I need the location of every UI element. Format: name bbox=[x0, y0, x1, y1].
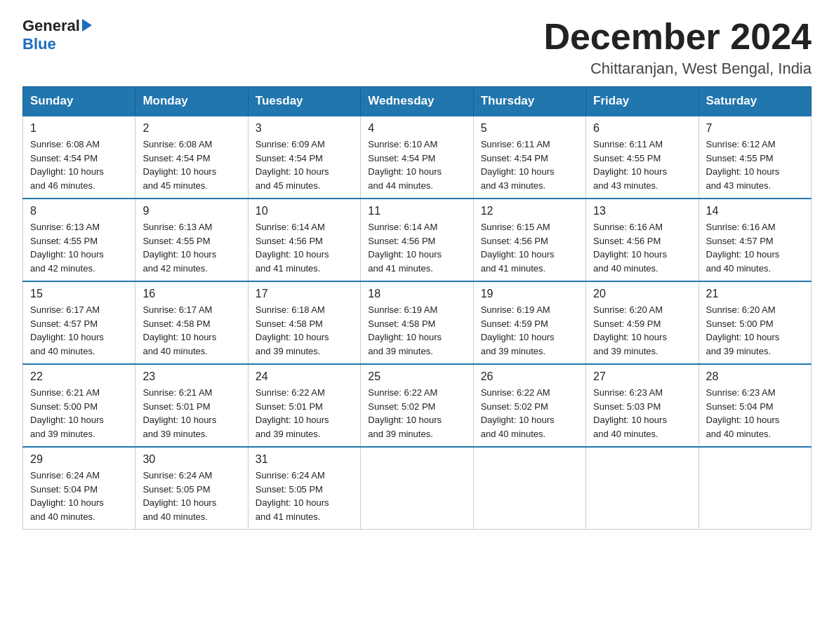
logo: General Blue bbox=[22, 17, 92, 53]
calendar-cell: 7 Sunrise: 6:12 AM Sunset: 4:55 PM Dayli… bbox=[699, 116, 811, 199]
week-row-5: 29 Sunrise: 6:24 AM Sunset: 5:04 PM Dayl… bbox=[23, 447, 812, 530]
logo-general-text: General bbox=[22, 17, 80, 35]
day-info: Sunrise: 6:12 AM Sunset: 4:55 PM Dayligh… bbox=[706, 137, 804, 192]
calendar-cell: 14 Sunrise: 6:16 AM Sunset: 4:57 PM Dayl… bbox=[699, 199, 811, 281]
day-number: 25 bbox=[368, 370, 465, 383]
day-info: Sunrise: 6:21 AM Sunset: 5:01 PM Dayligh… bbox=[143, 386, 240, 441]
day-info: Sunrise: 6:22 AM Sunset: 5:02 PM Dayligh… bbox=[481, 386, 578, 441]
calendar-cell: 10 Sunrise: 6:14 AM Sunset: 4:56 PM Dayl… bbox=[248, 199, 360, 281]
day-number: 26 bbox=[481, 370, 578, 383]
day-info: Sunrise: 6:22 AM Sunset: 5:01 PM Dayligh… bbox=[256, 386, 353, 441]
calendar-cell: 25 Sunrise: 6:22 AM Sunset: 5:02 PM Dayl… bbox=[361, 364, 473, 447]
day-info: Sunrise: 6:16 AM Sunset: 4:57 PM Dayligh… bbox=[706, 220, 804, 275]
day-number: 16 bbox=[143, 288, 240, 300]
calendar-subtitle: Chittaranjan, West Bengal, India bbox=[543, 60, 812, 78]
calendar-cell: 27 Sunrise: 6:23 AM Sunset: 5:03 PM Dayl… bbox=[586, 364, 699, 447]
calendar-cell: 15 Sunrise: 6:17 AM Sunset: 4:57 PM Dayl… bbox=[23, 281, 135, 364]
calendar-cell: 20 Sunrise: 6:20 AM Sunset: 4:59 PM Dayl… bbox=[586, 281, 699, 364]
day-info: Sunrise: 6:08 AM Sunset: 4:54 PM Dayligh… bbox=[30, 137, 128, 192]
calendar-title: December 2024 bbox=[543, 17, 812, 57]
day-number: 20 bbox=[593, 288, 691, 300]
day-info: Sunrise: 6:20 AM Sunset: 4:59 PM Dayligh… bbox=[593, 303, 691, 358]
day-info: Sunrise: 6:16 AM Sunset: 4:56 PM Dayligh… bbox=[593, 220, 691, 275]
day-info: Sunrise: 6:23 AM Sunset: 5:03 PM Dayligh… bbox=[593, 386, 691, 441]
calendar-cell bbox=[473, 447, 585, 530]
day-number: 15 bbox=[30, 288, 128, 300]
calendar-cell: 28 Sunrise: 6:23 AM Sunset: 5:04 PM Dayl… bbox=[699, 364, 811, 447]
calendar-cell: 21 Sunrise: 6:20 AM Sunset: 5:00 PM Dayl… bbox=[699, 281, 811, 364]
calendar-cell: 24 Sunrise: 6:22 AM Sunset: 5:01 PM Dayl… bbox=[248, 364, 360, 447]
column-header-thursday: Thursday bbox=[473, 87, 585, 116]
logo-blue-text: Blue bbox=[22, 35, 56, 53]
calendar-header-row: SundayMondayTuesdayWednesdayThursdayFrid… bbox=[23, 87, 812, 116]
calendar-cell: 8 Sunrise: 6:13 AM Sunset: 4:55 PM Dayli… bbox=[23, 199, 135, 281]
day-number: 3 bbox=[256, 122, 353, 135]
day-info: Sunrise: 6:23 AM Sunset: 5:04 PM Dayligh… bbox=[706, 386, 804, 441]
day-number: 24 bbox=[256, 370, 353, 383]
day-number: 11 bbox=[368, 205, 465, 217]
day-info: Sunrise: 6:14 AM Sunset: 4:56 PM Dayligh… bbox=[368, 220, 465, 275]
day-info: Sunrise: 6:14 AM Sunset: 4:56 PM Dayligh… bbox=[256, 220, 353, 275]
day-number: 5 bbox=[481, 122, 578, 135]
calendar-cell: 2 Sunrise: 6:08 AM Sunset: 4:54 PM Dayli… bbox=[135, 116, 248, 199]
day-info: Sunrise: 6:19 AM Sunset: 4:58 PM Dayligh… bbox=[368, 303, 465, 358]
calendar-cell: 9 Sunrise: 6:13 AM Sunset: 4:55 PM Dayli… bbox=[135, 199, 248, 281]
column-header-wednesday: Wednesday bbox=[361, 87, 473, 116]
week-row-4: 22 Sunrise: 6:21 AM Sunset: 5:00 PM Dayl… bbox=[23, 364, 812, 447]
day-info: Sunrise: 6:08 AM Sunset: 4:54 PM Dayligh… bbox=[143, 137, 240, 192]
day-number: 30 bbox=[143, 453, 240, 466]
calendar-cell: 17 Sunrise: 6:18 AM Sunset: 4:58 PM Dayl… bbox=[248, 281, 360, 364]
calendar-cell bbox=[361, 447, 473, 530]
column-header-saturday: Saturday bbox=[699, 87, 811, 116]
day-number: 9 bbox=[143, 205, 240, 217]
calendar-cell: 4 Sunrise: 6:10 AM Sunset: 4:54 PM Dayli… bbox=[361, 116, 473, 199]
day-number: 19 bbox=[481, 288, 578, 300]
page-header: General Blue December 2024 Chittaranjan,… bbox=[22, 17, 812, 78]
week-row-2: 8 Sunrise: 6:13 AM Sunset: 4:55 PM Dayli… bbox=[23, 199, 812, 281]
day-number: 6 bbox=[593, 122, 691, 135]
day-info: Sunrise: 6:09 AM Sunset: 4:54 PM Dayligh… bbox=[256, 137, 353, 192]
week-row-3: 15 Sunrise: 6:17 AM Sunset: 4:57 PM Dayl… bbox=[23, 281, 812, 364]
day-number: 4 bbox=[368, 122, 465, 135]
column-header-friday: Friday bbox=[586, 87, 699, 116]
calendar-cell: 1 Sunrise: 6:08 AM Sunset: 4:54 PM Dayli… bbox=[23, 116, 135, 199]
calendar-cell: 6 Sunrise: 6:11 AM Sunset: 4:55 PM Dayli… bbox=[586, 116, 699, 199]
calendar-cell: 31 Sunrise: 6:24 AM Sunset: 5:05 PM Dayl… bbox=[248, 447, 360, 530]
calendar-cell bbox=[699, 447, 811, 530]
day-number: 22 bbox=[30, 370, 128, 383]
day-info: Sunrise: 6:11 AM Sunset: 4:54 PM Dayligh… bbox=[481, 137, 578, 192]
calendar-cell: 11 Sunrise: 6:14 AM Sunset: 4:56 PM Dayl… bbox=[361, 199, 473, 281]
day-info: Sunrise: 6:10 AM Sunset: 4:54 PM Dayligh… bbox=[368, 137, 465, 192]
day-info: Sunrise: 6:17 AM Sunset: 4:58 PM Dayligh… bbox=[143, 303, 240, 358]
day-number: 31 bbox=[256, 453, 353, 466]
day-number: 7 bbox=[706, 122, 804, 135]
day-info: Sunrise: 6:13 AM Sunset: 4:55 PM Dayligh… bbox=[143, 220, 240, 275]
calendar-cell: 22 Sunrise: 6:21 AM Sunset: 5:00 PM Dayl… bbox=[23, 364, 135, 447]
calendar-cell: 3 Sunrise: 6:09 AM Sunset: 4:54 PM Dayli… bbox=[248, 116, 360, 199]
calendar-cell: 5 Sunrise: 6:11 AM Sunset: 4:54 PM Dayli… bbox=[473, 116, 585, 199]
day-info: Sunrise: 6:24 AM Sunset: 5:04 PM Dayligh… bbox=[30, 469, 128, 523]
calendar-cell: 19 Sunrise: 6:19 AM Sunset: 4:59 PM Dayl… bbox=[473, 281, 585, 364]
day-info: Sunrise: 6:18 AM Sunset: 4:58 PM Dayligh… bbox=[256, 303, 353, 358]
day-number: 14 bbox=[706, 205, 804, 217]
day-info: Sunrise: 6:15 AM Sunset: 4:56 PM Dayligh… bbox=[481, 220, 578, 275]
day-number: 10 bbox=[256, 205, 353, 217]
day-info: Sunrise: 6:17 AM Sunset: 4:57 PM Dayligh… bbox=[30, 303, 128, 358]
day-info: Sunrise: 6:24 AM Sunset: 5:05 PM Dayligh… bbox=[143, 469, 240, 523]
calendar-cell: 29 Sunrise: 6:24 AM Sunset: 5:04 PM Dayl… bbox=[23, 447, 135, 530]
day-info: Sunrise: 6:22 AM Sunset: 5:02 PM Dayligh… bbox=[368, 386, 465, 441]
calendar-cell: 12 Sunrise: 6:15 AM Sunset: 4:56 PM Dayl… bbox=[473, 199, 585, 281]
week-row-1: 1 Sunrise: 6:08 AM Sunset: 4:54 PM Dayli… bbox=[23, 116, 812, 199]
calendar-table: SundayMondayTuesdayWednesdayThursdayFrid… bbox=[22, 86, 812, 530]
day-info: Sunrise: 6:24 AM Sunset: 5:05 PM Dayligh… bbox=[256, 469, 353, 523]
day-number: 29 bbox=[30, 453, 128, 466]
column-header-monday: Monday bbox=[135, 87, 248, 116]
calendar-cell: 26 Sunrise: 6:22 AM Sunset: 5:02 PM Dayl… bbox=[473, 364, 585, 447]
column-header-tuesday: Tuesday bbox=[248, 87, 360, 116]
calendar-cell: 18 Sunrise: 6:19 AM Sunset: 4:58 PM Dayl… bbox=[361, 281, 473, 364]
day-number: 18 bbox=[368, 288, 465, 300]
day-number: 2 bbox=[143, 122, 240, 135]
calendar-cell: 13 Sunrise: 6:16 AM Sunset: 4:56 PM Dayl… bbox=[586, 199, 699, 281]
day-number: 8 bbox=[30, 205, 128, 217]
day-number: 12 bbox=[481, 205, 578, 217]
